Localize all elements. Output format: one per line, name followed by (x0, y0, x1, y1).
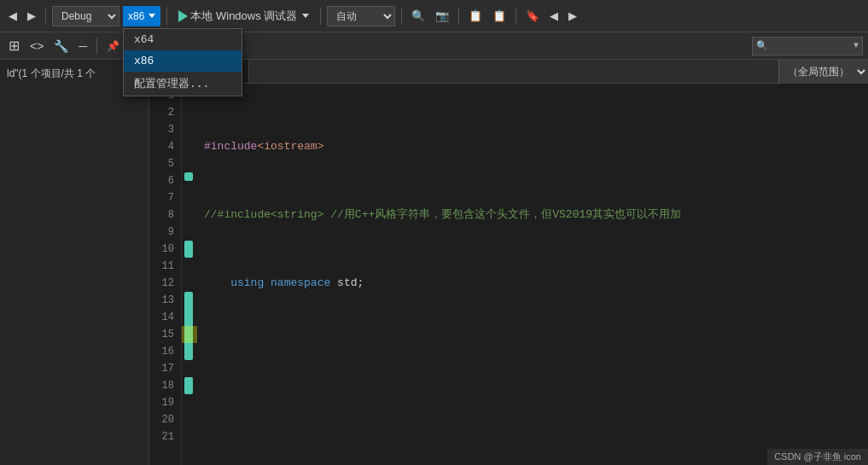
code-area: HelloWorld ✕ （全局范围） 1 2 3 4 5 6 7 8 9 10 (149, 60, 868, 465)
separator-2 (166, 8, 167, 25)
platform-arrow-icon (149, 14, 155, 18)
platform-button[interactable]: x86 (123, 6, 160, 26)
next-icon-btn[interactable]: ▶ (565, 8, 580, 24)
code-icon-btn[interactable]: <> (26, 38, 47, 55)
bookmark-icon-btn[interactable]: 🔖 (522, 8, 543, 24)
code-line-2: //#include<string> //用C++风格字符串，要包含这个头文件，… (204, 206, 868, 224)
pin-icon-btn[interactable]: 📌 (103, 38, 123, 54)
platform-dropdown-menu: x64 x86 配置管理器... (123, 28, 242, 96)
minus-icon-btn[interactable]: ─ (75, 38, 90, 55)
play-icon (178, 10, 188, 22)
line-num-13: 13 (149, 292, 174, 309)
run-arrow-icon (302, 14, 309, 18)
forward-button[interactable]: ▶ (24, 8, 39, 24)
platform-option-x86[interactable]: x86 (124, 50, 242, 72)
code-line-5 (204, 411, 868, 428)
line-num-21: 21 (149, 428, 174, 445)
line-num-17: 17 (149, 360, 174, 377)
gutter (182, 84, 197, 465)
separator-5 (458, 8, 459, 25)
main-area: ld"(1 个项目/共 1 个 HelloWorld ✕ （全局范围） 1 2 … (0, 60, 868, 465)
line-num-2: 2 (149, 104, 174, 121)
line-num-11: 11 (149, 258, 174, 275)
search-input[interactable] (768, 40, 853, 52)
line-num-14: 14 (149, 309, 174, 326)
tab-bar: HelloWorld ✕ （全局范围） (149, 60, 868, 84)
line-num-8: 8 (149, 206, 174, 224)
settings-icon-btn[interactable]: 🔧 (50, 38, 72, 55)
paste-icon-btn[interactable]: 📋 (489, 8, 510, 24)
search-arrow-icon: ▼ (853, 41, 859, 50)
separator-4 (401, 8, 402, 25)
status-bar: CSDN @子非鱼 icon (767, 449, 868, 465)
sidebar: ld"(1 个项目/共 1 个 (0, 60, 149, 465)
line-num-16: 16 (149, 343, 174, 360)
code-content[interactable]: 1 2 3 4 5 6 7 8 9 10 11 12 13 14 15 16 1… (149, 84, 868, 465)
config-select[interactable]: Debug Release (52, 6, 119, 26)
line-num-10: 10 (149, 241, 174, 258)
line-num-7: 7 (149, 189, 174, 206)
gutter-mark-6 (184, 172, 193, 181)
search-icon-btn[interactable]: 🔍 (408, 8, 428, 24)
code-lines[interactable]: #include<iostream> //#include<string> //… (197, 84, 868, 465)
line-num-5: 5 (149, 155, 174, 172)
line-num-12: 12 (149, 275, 174, 292)
gutter-mark-18 (184, 377, 193, 394)
line-num-6: 6 (149, 172, 174, 189)
tab-bar-spacer (249, 60, 778, 83)
copy-icon-btn[interactable]: 📋 (465, 8, 486, 24)
platform-option-config-manager[interactable]: 配置管理器... (124, 72, 242, 96)
prev-icon-btn[interactable]: ◀ (546, 8, 562, 24)
project-text: ld"(1 个项目/共 1 个 (7, 67, 96, 79)
main-toolbar: ◀ ▶ Debug Release x86 x64 x86 配置管理器... 本… (0, 0, 868, 32)
separator-7 (96, 38, 97, 55)
camera-icon-btn[interactable]: 📷 (432, 8, 452, 24)
status-text: CSDN @子非鱼 icon (774, 451, 861, 462)
separator-6 (516, 8, 516, 25)
run-label: 本地 Windows 调试器 (190, 9, 297, 24)
platform-option-x64[interactable]: x64 (124, 29, 242, 50)
search-box: 🔍 ▼ (752, 37, 863, 55)
auto-select[interactable]: 自动 (327, 6, 395, 26)
line-num-4: 4 (149, 138, 174, 155)
line-num-9: 9 (149, 224, 174, 241)
code-line-3: using namespace std; (204, 275, 868, 292)
line-num-18: 18 (149, 377, 174, 394)
line-numbers: 1 2 3 4 5 6 7 8 9 10 11 12 13 14 15 16 1… (149, 84, 182, 465)
line-num-3: 3 (149, 121, 174, 138)
gutter-mark-10-11 (184, 241, 193, 258)
code-line-1: #include<iostream> (204, 138, 868, 155)
line-num-15: 15 (149, 326, 174, 343)
current-line-indicator (182, 326, 197, 343)
platform-dropdown-wrapper: x86 x64 x86 配置管理器... (123, 6, 160, 26)
separator-3 (320, 8, 321, 25)
search-glass-icon: 🔍 (756, 40, 768, 51)
layout-icon-btn[interactable]: ⊞ (5, 36, 23, 55)
separator-1 (45, 8, 46, 25)
line-num-19: 19 (149, 394, 174, 411)
platform-label: x86 (128, 10, 144, 22)
run-debug-button[interactable]: 本地 Windows 调试器 (173, 7, 314, 26)
scope-select[interactable]: （全局范围） (778, 60, 868, 84)
back-button[interactable]: ◀ (5, 8, 20, 24)
line-num-20: 20 (149, 411, 174, 428)
code-line-4 (204, 343, 868, 360)
